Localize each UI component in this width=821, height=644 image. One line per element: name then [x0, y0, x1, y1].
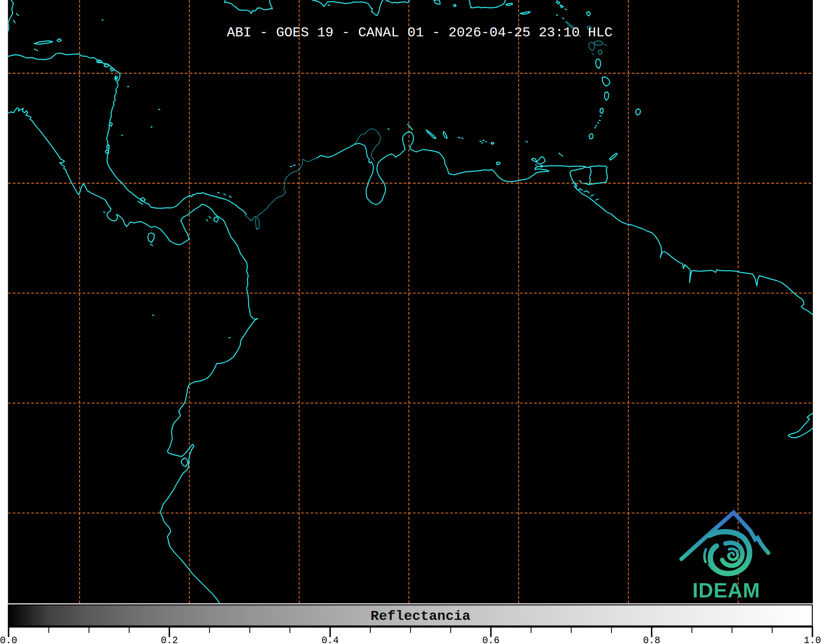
svg-text:0.4: 0.4 [321, 635, 338, 644]
svg-text:Reflectancia: Reflectancia [371, 608, 471, 624]
svg-text:0.2: 0.2 [161, 635, 178, 644]
svg-text:0.8: 0.8 [643, 635, 660, 644]
svg-text:0.6: 0.6 [482, 635, 499, 644]
svg-text:ABI - GOES 19 - CANAL 01 - 202: ABI - GOES 19 - CANAL 01 - 2026-04-25 23… [227, 25, 613, 40]
svg-text:IDEAM: IDEAM [692, 579, 760, 602]
svg-text:0.0: 0.0 [0, 635, 17, 644]
svg-text:1.0: 1.0 [804, 635, 821, 644]
